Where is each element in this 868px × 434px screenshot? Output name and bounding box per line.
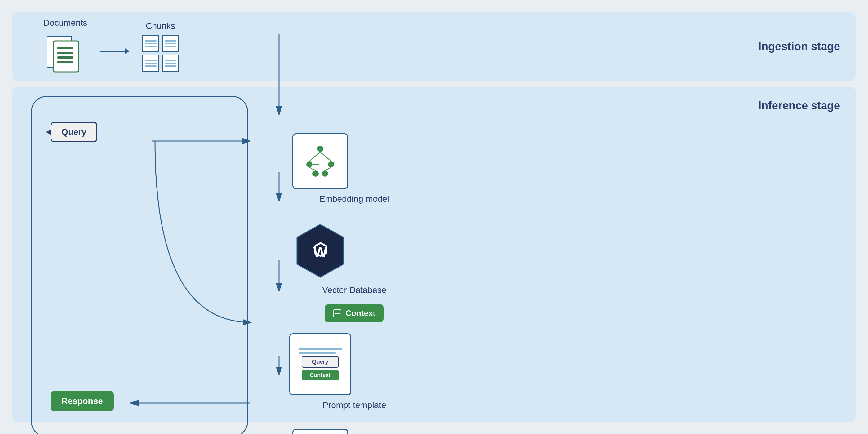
svg-rect-4 [57,56,73,59]
chunk-4 [162,55,179,72]
svg-rect-5 [57,61,73,63]
prompt-lines [299,348,342,354]
context-doc-icon [333,309,342,318]
vector-db-wrapper: ⬡ W [291,221,350,280]
ingestion-content: Documents Chunks [25,18,179,75]
chunks-icon [142,35,179,72]
prompt-context-chip: Context [302,370,339,380]
svg-line-20 [309,167,316,170]
svg-point-14 [306,161,312,167]
ingestion-stage: Documents Chunks [12,12,856,81]
ingestion-stage-label: Ingestion stage [758,40,840,53]
flow-column: Embedding model ⬡ W Vector Database [251,115,390,434]
inference-stage: Inference stage Query Response [12,87,856,422]
llm-box [292,429,348,434]
chunks-wrapper: Chunks [142,21,179,72]
context-box: Context [324,304,384,322]
chunk-2 [162,35,179,52]
svg-point-15 [328,161,334,167]
chunks-label: Chunks [146,21,175,31]
context-wrapper: Context [324,304,384,322]
chunk-1 [142,35,159,52]
svg-rect-3 [57,52,73,54]
chunk-3 [142,55,159,72]
svg-line-18 [309,152,320,161]
documents-icon [47,32,84,75]
embedding-model-label: Embedding model [319,194,390,204]
svg-line-21 [325,167,331,170]
vector-database-label: Vector Database [322,285,386,295]
context-label: Context [345,308,375,318]
svg-rect-2 [57,47,73,49]
svg-text:W: W [313,244,328,260]
response-bubble: Response [51,391,114,411]
ingestion-arrow [100,48,130,54]
svg-line-19 [320,152,331,161]
prompt-inner: Query Context [293,343,347,385]
embedding-model-box [292,133,348,189]
inference-stage-label: Inference stage [758,99,840,112]
documents-label: Documents [43,18,87,28]
embedding-model-icon [302,143,339,180]
inference-content: Query Response [25,96,843,99]
svg-point-17 [322,170,328,177]
prompt-template-box: Query Context [289,333,351,395]
svg-point-13 [317,146,323,152]
query-bubble: Query [51,122,97,142]
svg-point-16 [312,170,319,177]
vector-db-icon: ⬡ W [291,221,350,280]
loop-box: Query Response [31,96,248,434]
prompt-query-chip: Query [302,356,339,368]
documents-wrapper: Documents [43,18,87,75]
prompt-template-label: Prompt template [322,400,386,410]
